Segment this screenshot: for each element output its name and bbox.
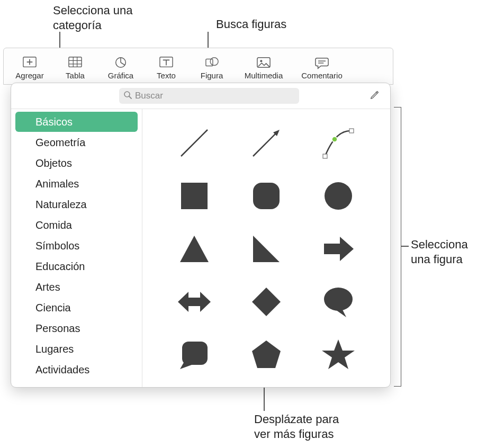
draw-shape-button[interactable] <box>367 88 383 104</box>
sidebar-item-label: Naturaleza <box>35 199 87 211</box>
shape-pentagon[interactable] <box>242 331 290 379</box>
shape-star[interactable] <box>314 331 362 379</box>
sidebar-item-basicos[interactable]: Básicos <box>15 112 138 132</box>
sidebar-item-label: Geometría <box>35 137 85 149</box>
sidebar-item-label: Lugares <box>35 343 74 355</box>
sidebar-item-label: Comida <box>35 219 72 231</box>
svg-marker-27 <box>252 341 281 368</box>
svg-rect-1 <box>69 57 82 67</box>
svg-point-5 <box>210 57 218 65</box>
shape-triangle[interactable] <box>170 225 218 273</box>
table-icon <box>66 55 84 70</box>
plus-page-icon <box>21 55 39 70</box>
toolbar-chart-button[interactable]: Gráfica <box>98 51 143 83</box>
sidebar-item-label: Objetos <box>35 157 72 169</box>
sidebar-item-label: Actividades <box>35 364 89 376</box>
toolbar-label: Tabla <box>66 71 85 80</box>
sidebar-item-label: Básicos <box>35 116 73 128</box>
callout-scroll: Desplázate para ver más figuras <box>254 412 339 441</box>
sidebar-item-label: Artes <box>35 281 60 293</box>
category-sidebar: Básicos Geometría Objetos Animales Natur… <box>11 109 142 387</box>
shapes-grid[interactable] <box>142 109 390 387</box>
sidebar-item-lugares[interactable]: Lugares <box>15 339 138 359</box>
sidebar-item-label: Animales <box>35 178 79 190</box>
sidebar-item-label: Ciencia <box>35 302 71 314</box>
pen-icon <box>369 89 381 103</box>
toolbar-shape-button[interactable]: Figura <box>189 51 235 83</box>
search-icon <box>123 91 132 101</box>
search-field[interactable] <box>119 88 299 104</box>
shape-right-triangle[interactable] <box>242 225 290 273</box>
callout-category: Selecciona una categoría <box>53 3 132 32</box>
svg-marker-22 <box>252 288 281 316</box>
shape-circle[interactable] <box>314 172 362 220</box>
sidebar-item-label: Educación <box>35 261 85 273</box>
sidebar-item-comida[interactable]: Comida <box>15 215 138 235</box>
svg-marker-20 <box>324 237 354 261</box>
popover-body: Básicos Geometría Objetos Animales Natur… <box>11 109 390 387</box>
svg-rect-16 <box>253 183 280 209</box>
sidebar-item-animales[interactable]: Animales <box>15 174 138 194</box>
shape-square[interactable] <box>170 172 218 220</box>
toolbar-label: Agregar <box>15 71 43 80</box>
shape-arrow-line[interactable] <box>242 119 290 167</box>
svg-line-10 <box>253 132 277 156</box>
toolbar: Agregar Tabla Gráfica Texto Figura Multi… <box>3 48 393 85</box>
sidebar-item-objetos[interactable]: Objetos <box>15 153 138 173</box>
media-icon <box>255 55 273 70</box>
sidebar-item-personas[interactable]: Personas <box>15 318 138 338</box>
text-icon <box>157 55 175 70</box>
svg-marker-18 <box>180 236 209 262</box>
toolbar-table-button[interactable]: Tabla <box>52 51 98 83</box>
svg-marker-19 <box>253 236 280 262</box>
search-input[interactable] <box>135 91 295 101</box>
shape-arrow-both[interactable] <box>170 278 218 326</box>
toolbar-label: Multimedia <box>245 71 283 80</box>
bracket-select-shape <box>394 107 401 387</box>
toolbar-media-button[interactable]: Multimedia <box>235 51 293 83</box>
sidebar-item-actividades[interactable]: Actividades <box>15 360 138 380</box>
svg-marker-28 <box>322 339 355 369</box>
sidebar-item-geometria[interactable]: Geometría <box>15 132 138 153</box>
svg-rect-12 <box>323 154 327 158</box>
callout-line <box>401 246 409 247</box>
svg-line-9 <box>181 130 208 156</box>
comment-icon <box>313 55 331 70</box>
shape-arrow-right[interactable] <box>314 225 362 273</box>
toolbar-label: Comentario <box>301 71 343 80</box>
svg-rect-13 <box>349 129 354 133</box>
shape-rounded-callout[interactable] <box>170 331 218 379</box>
shape-line[interactable] <box>170 119 218 167</box>
svg-point-23 <box>324 288 353 311</box>
svg-point-7 <box>260 60 262 62</box>
sidebar-item-naturaleza[interactable]: Naturaleza <box>15 194 138 214</box>
svg-rect-15 <box>181 183 208 209</box>
svg-marker-24 <box>336 309 346 317</box>
svg-rect-25 <box>182 342 208 365</box>
sidebar-item-simbolos[interactable]: Símbolos <box>15 236 138 256</box>
shape-speech-bubble[interactable] <box>314 278 362 326</box>
sidebar-item-educacion[interactable]: Educación <box>15 256 138 276</box>
shape-diamond[interactable] <box>242 278 290 326</box>
shape-bezier[interactable] <box>314 119 362 167</box>
sidebar-item-label: Símbolos <box>35 240 79 252</box>
toolbar-add-button[interactable]: Agregar <box>7 51 52 83</box>
sidebar-item-artes[interactable]: Artes <box>15 277 138 297</box>
chart-icon <box>112 55 130 70</box>
svg-point-17 <box>325 182 352 210</box>
sidebar-item-label: Personas <box>35 322 80 335</box>
toolbar-text-button[interactable]: Texto <box>143 51 189 83</box>
sidebar-item-ciencia[interactable]: Ciencia <box>15 298 138 318</box>
svg-point-14 <box>332 137 337 142</box>
popover-header <box>11 83 390 109</box>
shapes-popover: Básicos Geometría Objetos Animales Natur… <box>11 83 391 388</box>
toolbar-label: Gráfica <box>108 71 133 80</box>
callout-search: Busca figuras <box>216 17 286 32</box>
toolbar-comment-button[interactable]: Comentario <box>293 51 351 83</box>
svg-marker-21 <box>178 292 211 312</box>
callout-select-shape: Selecciona una figura <box>411 237 468 266</box>
shape-icon <box>203 55 221 70</box>
toolbar-label: Texto <box>157 71 176 80</box>
toolbar-label: Figura <box>201 71 223 80</box>
shape-rounded-square[interactable] <box>242 172 290 220</box>
